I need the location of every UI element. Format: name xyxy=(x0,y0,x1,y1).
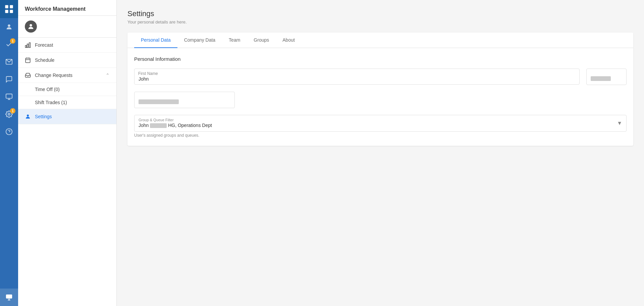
page-subtitle: Your personal details are here. xyxy=(127,19,633,25)
email-redacted xyxy=(134,92,235,108)
svg-point-15 xyxy=(30,24,32,27)
time-off-label: Time Off (0) xyxy=(35,87,60,92)
group-queue-hint: User's assigned groups and queues. xyxy=(134,133,627,138)
settings-label: Settings xyxy=(35,114,110,119)
monitor-icon xyxy=(5,93,13,100)
tab-about[interactable]: About xyxy=(276,33,302,48)
person-icon xyxy=(25,114,31,120)
chevron-up-icon: ⌃ xyxy=(106,73,110,78)
logo-icon xyxy=(4,4,14,14)
email-redacted-bar xyxy=(139,99,179,104)
last-name-redacted xyxy=(586,69,627,85)
dropdown-chevron-icon: ▼ xyxy=(617,120,622,126)
rail-chat-icon[interactable] xyxy=(0,71,18,88)
form-section: Personal Information First Name Last Nam… xyxy=(127,48,633,146)
last-name-field: Last Name xyxy=(586,69,627,85)
app-title: Workforce Management xyxy=(25,6,86,12)
rail-mail-icon[interactable] xyxy=(0,53,18,71)
icon-rail: 1 1 xyxy=(0,0,18,306)
mail-icon xyxy=(5,58,13,65)
tabs-container: Personal Data Company Data Team Groups A… xyxy=(127,33,633,48)
user-icon xyxy=(5,23,13,31)
tab-company-data[interactable]: Company Data xyxy=(177,33,222,48)
sidebar-item-shift-trades[interactable]: Shift Trades (1) xyxy=(18,96,116,109)
sidebar-item-time-off[interactable]: Time Off (0) xyxy=(18,83,116,96)
gear-badge: 1 xyxy=(10,108,15,114)
chat-icon xyxy=(5,76,13,83)
group-queue-field[interactable]: Group & Queue Filter John HG, Operations… xyxy=(134,115,627,132)
help-icon xyxy=(5,128,13,135)
content-area: Settings Your personal details are here.… xyxy=(117,0,644,306)
section-title: Personal Information xyxy=(134,56,627,62)
check-badge: 1 xyxy=(10,38,15,44)
rail-help-icon[interactable] xyxy=(0,123,18,140)
email-row: Email xyxy=(134,92,627,108)
sidebar-item-forecast[interactable]: Forecast xyxy=(18,38,116,53)
rail-gear-icon[interactable]: 1 xyxy=(0,105,18,123)
sidebar-item-schedule[interactable]: Schedule xyxy=(18,53,116,68)
redacted-bar xyxy=(591,76,611,81)
app-logo[interactable] xyxy=(0,0,18,18)
avatar xyxy=(25,20,37,33)
rail-check-icon[interactable]: 1 xyxy=(0,36,18,53)
svg-rect-19 xyxy=(25,58,30,63)
page-title: Settings xyxy=(127,9,633,18)
name-row: First Name Last Name xyxy=(134,69,627,85)
svg-rect-0 xyxy=(5,5,8,8)
calendar-icon xyxy=(25,57,31,63)
sidebar: Workforce Management Forecast Schedule xyxy=(18,0,117,306)
svg-rect-3 xyxy=(10,10,13,13)
group-queue-value: John HG, Operations Dept xyxy=(135,122,626,131)
sidebar-item-change-requests[interactable]: Change Requests ⌃ xyxy=(18,68,116,83)
sidebar-item-settings[interactable]: Settings xyxy=(18,109,116,124)
settings-card: Personal Data Company Data Team Groups A… xyxy=(127,33,633,146)
inbox-icon xyxy=(25,72,31,78)
svg-point-9 xyxy=(8,113,10,115)
svg-point-23 xyxy=(27,115,29,117)
svg-rect-12 xyxy=(6,295,12,299)
first-name-field: First Name xyxy=(134,69,580,85)
rail-monitor-icon[interactable] xyxy=(0,88,18,105)
schedule-label: Schedule xyxy=(35,57,110,63)
sidebar-user xyxy=(18,16,116,38)
forecast-label: Forecast xyxy=(35,42,110,48)
group-queue-label: Group & Queue Filter xyxy=(135,115,626,122)
svg-rect-16 xyxy=(25,46,27,48)
svg-rect-6 xyxy=(6,94,12,98)
tab-personal-data[interactable]: Personal Data xyxy=(134,33,177,48)
group-queue-section: Group & Queue Filter John HG, Operations… xyxy=(134,115,627,138)
svg-rect-17 xyxy=(27,44,29,48)
email-field: Email xyxy=(134,92,235,108)
first-name-input[interactable] xyxy=(134,69,580,85)
rail-screen-icon[interactable] xyxy=(0,289,18,306)
svg-rect-1 xyxy=(10,5,13,8)
tab-groups[interactable]: Groups xyxy=(247,33,276,48)
svg-rect-18 xyxy=(29,43,31,47)
shift-trades-label: Shift Trades (1) xyxy=(35,100,67,105)
screen-icon xyxy=(5,294,13,301)
rail-user-icon[interactable] xyxy=(0,18,18,36)
tab-team[interactable]: Team xyxy=(222,33,247,48)
sidebar-header: Workforce Management xyxy=(18,0,116,16)
group-queue-redacted xyxy=(150,123,167,128)
change-requests-label: Change Requests xyxy=(35,73,102,78)
bar-chart-icon xyxy=(25,42,31,48)
avatar-icon xyxy=(27,23,35,30)
main-content: Settings Your personal details are here.… xyxy=(117,0,644,306)
svg-point-4 xyxy=(8,25,10,27)
sidebar-nav: Forecast Schedule Change Requests ⌃ Time… xyxy=(18,38,116,306)
svg-rect-2 xyxy=(5,10,8,13)
